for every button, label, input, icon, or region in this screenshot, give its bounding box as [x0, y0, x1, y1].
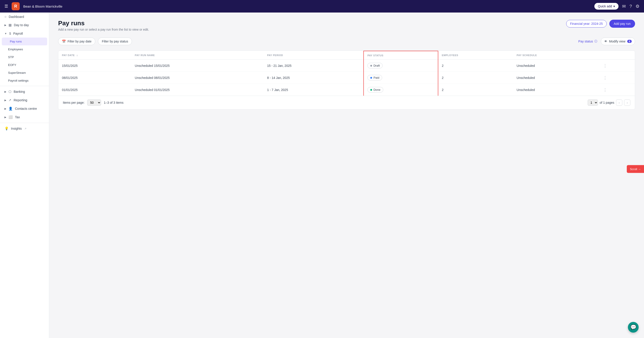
status-label: Draft [374, 64, 380, 67]
sidebar-item-pay-runs[interactable]: Pay runs [2, 38, 47, 46]
sidebar-item-banking[interactable]: ▶ ⬡ Banking [0, 88, 49, 96]
pay-runs-table: Pay date ↓ Pay run name Pay period Pay s… [58, 51, 635, 96]
sidebar-item-superstream[interactable]: SuperStream [0, 69, 49, 77]
status-dot-icon [370, 65, 372, 66]
sidebar-item-employees[interactable]: Employees [0, 46, 49, 53]
sidebar-item-tax[interactable]: ▶ ⬜ Tax [0, 113, 49, 122]
th-pay-date: Pay date ↓ [58, 51, 131, 60]
sidebar-item-eofy[interactable]: EOFY [0, 61, 49, 69]
page-title: Pay runs [58, 20, 149, 27]
chat-bubble-button[interactable]: 💬 [628, 322, 639, 333]
dollar-icon: $ [9, 32, 11, 35]
table-row[interactable]: 01/01/2025 Unscheduled 01/01/2025 1 - 7 … [58, 84, 635, 96]
page-number-select[interactable]: 1 [588, 100, 598, 106]
eye-icon: 👁 [604, 40, 607, 43]
cell-employees: 2 [438, 84, 513, 96]
sidebar-item-day-to-day[interactable]: ▶ ▦ Day to day [0, 21, 49, 29]
th-pay-period: Pay period [264, 51, 364, 60]
help-circle-icon: ⓘ [594, 39, 597, 43]
sidebar-section-payroll[interactable]: ▼ $ Payroll [0, 29, 49, 38]
table-header-row: Pay date ↓ Pay run name Pay period Pay s… [58, 51, 635, 60]
cell-pay-period: 15 - 21 Jan, 2025 [264, 60, 364, 72]
cell-pay-status: Done [364, 84, 438, 96]
pay-status-link[interactable]: Pay status ⓘ [578, 39, 597, 43]
calendar-icon: ▦ [8, 23, 12, 27]
sort-arrow-icon: ↓ [76, 54, 78, 57]
chevron-right-icon: ▶ [4, 99, 6, 102]
prev-page-button[interactable]: ‹ [616, 100, 622, 106]
cell-pay-date: 08/01/2025 [58, 72, 131, 84]
sidebar: ○ Dashboard ▶ ▦ Day to day ▼ $ Payroll P… [0, 12, 49, 338]
cell-pay-period: 8 - 14 Jan, 2025 [264, 72, 364, 84]
chevron-down-icon: ▾ [613, 4, 615, 8]
dashboard-icon: ○ [4, 15, 6, 18]
table-row[interactable]: 08/01/2025 Unscheduled 08/01/2025 8 - 14… [58, 72, 635, 84]
cell-pay-run-name: Unscheduled 15/01/2025 [131, 60, 264, 72]
chevron-right-icon: ▶ [4, 107, 6, 110]
sidebar-item-insights[interactable]: 💡 Insights ↗ [0, 124, 49, 133]
filter-by-pay-date-button[interactable]: 📅 Filter by pay date [58, 38, 95, 45]
page-header-actions: Financial year: 2024-25 Add pay run [566, 20, 635, 28]
chevron-down-icon: ▼ [4, 32, 7, 35]
calendar-icon: 📅 [62, 40, 66, 43]
pagination-row: Items per page: 50 25 100 1–3 of 3 items… [58, 96, 635, 109]
th-actions [600, 51, 635, 60]
cell-more-actions[interactable]: ⋮ [600, 84, 635, 96]
insights-icon: 💡 [4, 126, 9, 130]
more-icon[interactable]: ⋮ [603, 64, 607, 68]
table-container: Pay date ↓ Pay run name Pay period Pay s… [58, 50, 635, 110]
th-pay-run-name: Pay run name [131, 51, 264, 60]
sidebar-item-reporting[interactable]: ▶ ↗ Reporting [0, 96, 49, 104]
th-employees: Employees [438, 51, 513, 60]
chat-icon: 💬 [630, 324, 636, 330]
quick-add-button[interactable]: Quick add ▾ [594, 3, 618, 10]
add-pay-run-button[interactable]: Add pay run [609, 20, 635, 28]
cell-pay-date: 01/01/2025 [58, 84, 131, 96]
of-pages-label: of 1 pages [600, 101, 614, 104]
cell-more-actions[interactable]: ⋮ [600, 72, 635, 84]
page-subtitle: Add a new pay run or select a pay run fr… [58, 28, 149, 31]
cell-more-actions[interactable]: ⋮ [600, 60, 635, 72]
cell-pay-period: 1 - 7 Jan, 2025 [264, 84, 364, 96]
status-label: Paid [374, 76, 379, 79]
cell-employees: 2 [438, 60, 513, 72]
table-row[interactable]: 15/01/2025 Unscheduled 15/01/2025 15 - 2… [58, 60, 635, 72]
filters-row: 📅 Filter by pay date Filter by pay statu… [58, 38, 635, 45]
contacts-icon: 👤 [8, 107, 13, 111]
modify-view-button[interactable]: 👁 Modify view 6 [601, 38, 635, 45]
mail-icon[interactable]: ✉ [622, 4, 626, 9]
items-per-page-select[interactable]: 50 25 100 [87, 100, 101, 106]
cell-pay-run-name: Unscheduled 01/01/2025 [131, 84, 264, 96]
filter-by-pay-status-button[interactable]: Filter by pay status [98, 38, 132, 45]
chevron-right-icon: ▶ [4, 116, 6, 119]
financial-year-button[interactable]: Financial year: 2024-25 [566, 20, 606, 28]
sidebar-item-contacts-centre[interactable]: ▶ 👤 Contacts centre [0, 104, 49, 113]
sidebar-item-payroll-settings[interactable]: Payroll settings [0, 77, 49, 84]
more-icon[interactable]: ⋮ [603, 88, 607, 92]
pagination-range-label: 1–3 of 3 items [104, 101, 124, 104]
brand-name: Bean & Bloom Marrickville [23, 4, 62, 8]
status-dot-icon [370, 77, 372, 79]
cell-pay-schedule: Unscheduled [513, 84, 600, 96]
hamburger-icon[interactable]: ☰ [4, 4, 8, 9]
chevron-right-icon: ▶ [4, 24, 6, 26]
settings-icon[interactable]: ⚙ [636, 4, 640, 9]
cell-pay-status: Draft [364, 60, 438, 72]
help-icon[interactable]: ? [630, 4, 632, 9]
scroll-button[interactable]: Scroll → [627, 165, 644, 173]
page-header: Pay runs Add a new pay run or select a p… [58, 20, 635, 31]
external-link-icon: ↗ [24, 127, 26, 130]
sidebar-item-stp[interactable]: STP [0, 53, 49, 61]
next-page-button[interactable]: › [624, 100, 630, 106]
cell-pay-date: 15/01/2025 [58, 60, 131, 72]
sidebar-divider-2 [0, 123, 49, 123]
sidebar-item-dashboard[interactable]: ○ Dashboard [0, 12, 49, 21]
cell-pay-status: Paid [364, 72, 438, 84]
pagination-right: 1 of 1 pages ‹ › [588, 100, 630, 106]
more-icon[interactable]: ⋮ [603, 76, 607, 80]
items-per-page-label: Items per page: [63, 101, 84, 104]
reporting-icon: ↗ [8, 98, 12, 102]
chevron-right-icon: ▶ [4, 90, 6, 93]
cell-employees: 2 [438, 72, 513, 84]
th-pay-schedule: Pay schedule [513, 51, 600, 60]
